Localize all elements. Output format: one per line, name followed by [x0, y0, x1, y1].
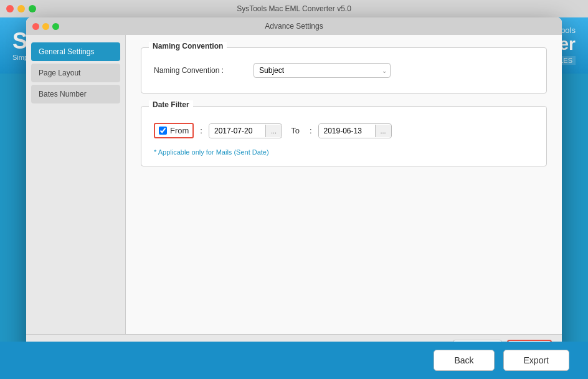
naming-convention-section: Naming Convention Naming Convention : Su…: [141, 47, 547, 94]
from-date-input[interactable]: [209, 124, 265, 138]
modal-nav: General Settings Page Layout Bates Numbe…: [26, 35, 126, 334]
modal-titlebar: Advance Settings: [26, 17, 562, 35]
export-button[interactable]: Export: [503, 350, 569, 371]
modal-title: Advance Settings: [265, 22, 323, 31]
modal-main-content: Naming Convention Naming Convention : Su…: [126, 35, 562, 334]
from-date-picker-button[interactable]: ...: [265, 125, 282, 137]
from-label: From: [170, 126, 189, 135]
to-date-picker-button[interactable]: ...: [375, 125, 391, 137]
naming-convention-title: Naming Convention: [149, 42, 227, 50]
naming-convention-select[interactable]: Subject From To Date Message-ID: [254, 63, 391, 78]
from-checkbox-wrapper: From: [154, 123, 194, 138]
to-date-wrapper: ...: [318, 123, 392, 138]
bottom-bar: Back Export: [0, 342, 588, 379]
modal-overlay: Advance Settings General Settings Page L…: [0, 17, 588, 379]
advance-settings-modal: Advance Settings General Settings Page L…: [26, 17, 562, 362]
modal-max-btn[interactable]: [52, 23, 59, 30]
to-colon: :: [310, 126, 312, 135]
from-colon: :: [200, 126, 202, 135]
modal-min-btn[interactable]: [42, 23, 49, 30]
close-button[interactable]: [6, 5, 14, 12]
modal-window-controls: [32, 23, 59, 30]
from-date-wrapper: ...: [209, 123, 282, 138]
minimize-button[interactable]: [17, 5, 25, 12]
date-filter-section: Date Filter From : ... To: [141, 106, 547, 166]
to-label: To: [291, 126, 300, 135]
date-filter-title: Date Filter: [149, 100, 193, 109]
modal-body: General Settings Page Layout Bates Numbe…: [26, 35, 562, 334]
nav-page-layout[interactable]: Page Layout: [31, 64, 120, 82]
nav-general-settings[interactable]: General Settings: [31, 42, 120, 61]
to-date-input[interactable]: [319, 124, 375, 138]
back-button[interactable]: Back: [434, 350, 494, 371]
title-bar-text: SysTools Mac EML Converter v5.0: [237, 4, 351, 13]
naming-convention-label: Naming Convention :: [154, 66, 254, 75]
modal-close-btn[interactable]: [32, 23, 39, 30]
nav-bates-number[interactable]: Bates Number: [31, 85, 120, 103]
date-note: * Applicable only for Mails (Sent Date): [154, 148, 534, 156]
from-checkbox[interactable]: [159, 127, 167, 135]
date-filter-row: From : ... To : ...: [154, 117, 534, 145]
naming-convention-row: Naming Convention : Subject From To Date…: [154, 58, 534, 83]
naming-convention-select-wrapper: Subject From To Date Message-ID ⌄: [254, 63, 391, 78]
title-bar: SysTools Mac EML Converter v5.0: [0, 0, 588, 17]
window-controls: [6, 5, 36, 12]
maximize-button[interactable]: [29, 5, 36, 12]
